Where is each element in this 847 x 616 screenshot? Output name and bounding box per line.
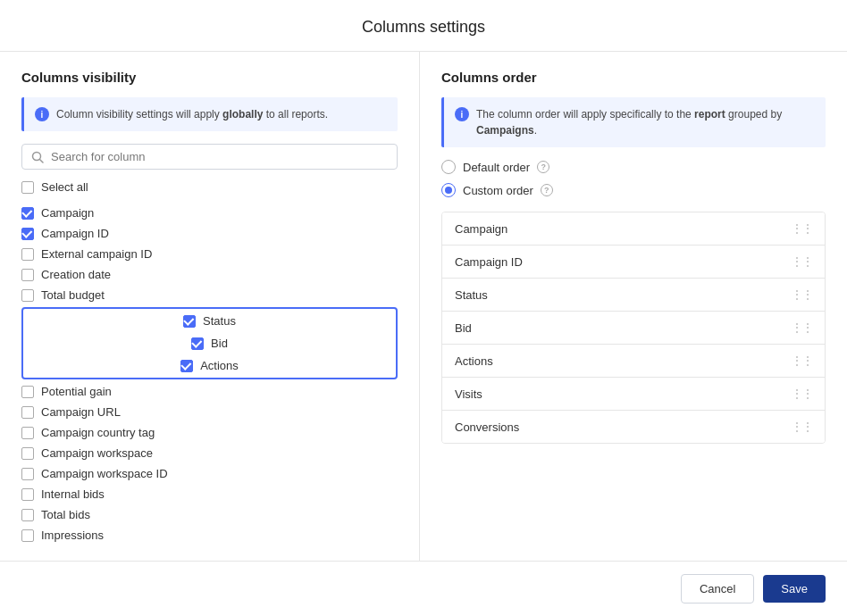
- column-label: Total budget: [41, 288, 105, 302]
- column-item[interactable]: Potential gain: [21, 382, 398, 401]
- save-button[interactable]: Save: [763, 575, 826, 603]
- default-order-help-icon[interactable]: ?: [537, 161, 549, 173]
- right-heading: Columns order: [441, 70, 826, 85]
- column-item[interactable]: Impressions: [21, 526, 398, 543]
- order-info-text: The column order will apply specifically…: [476, 106, 815, 138]
- drag-handle-icon[interactable]: ⋮⋮: [791, 221, 812, 236]
- column-item[interactable]: Internal bids: [21, 485, 398, 504]
- column-item[interactable]: Campaign workspace ID: [21, 464, 398, 483]
- column-checkbox[interactable]: [21, 269, 34, 281]
- column-label: Campaign URL: [41, 405, 121, 419]
- column-row: Campaign country tag: [21, 422, 398, 443]
- column-checkbox[interactable]: [180, 360, 193, 372]
- column-row: Campaign workspace ID: [21, 463, 398, 484]
- column-item[interactable]: Campaign country tag: [21, 423, 398, 442]
- drag-handle-icon[interactable]: ⋮⋮: [791, 354, 812, 368]
- highlighted-columns-group: StatusBidActions: [21, 307, 398, 379]
- column-row: Total budget: [21, 285, 398, 305]
- column-label: Campaign workspace ID: [41, 467, 168, 480]
- default-order-radio[interactable]: [441, 160, 456, 174]
- column-item[interactable]: Campaign workspace: [21, 444, 398, 462]
- visibility-info-text: Column visibility settings will apply gl…: [56, 106, 328, 122]
- modal-body: Columns visibility i Column visibility s…: [0, 52, 847, 561]
- custom-order-radio[interactable]: [441, 183, 456, 197]
- modal-title: Columns settings: [21, 18, 826, 37]
- column-row: Total bids: [21, 504, 398, 525]
- column-checkbox[interactable]: [21, 447, 34, 460]
- column-label: Potential gain: [41, 385, 112, 398]
- column-checkbox[interactable]: [21, 207, 34, 220]
- select-all-checkbox[interactable]: [21, 181, 34, 194]
- column-checkbox[interactable]: [21, 509, 34, 521]
- column-label: Campaign workspace: [41, 446, 153, 460]
- column-label: Total bids: [41, 508, 90, 521]
- column-checkbox[interactable]: [21, 427, 34, 439]
- column-label: Status: [203, 314, 236, 328]
- custom-order-help-icon[interactable]: ?: [541, 184, 553, 196]
- column-item[interactable]: Bid: [191, 334, 228, 353]
- drag-handle-icon[interactable]: ⋮⋮: [791, 287, 812, 302]
- cancel-button[interactable]: Cancel: [681, 574, 754, 604]
- column-item[interactable]: Total budget: [21, 286, 398, 304]
- select-all-label: Select all: [41, 180, 88, 194]
- search-box[interactable]: [21, 144, 398, 170]
- column-label: Campaign: [41, 206, 94, 220]
- column-row: Campaign ID: [21, 223, 398, 244]
- column-item[interactable]: Creation date: [21, 265, 398, 284]
- column-item[interactable]: Campaign: [21, 204, 398, 222]
- column-checkbox[interactable]: [183, 315, 196, 328]
- order-item: Status⋮⋮: [442, 279, 825, 312]
- drag-handle-icon[interactable]: ⋮⋮: [791, 254, 812, 269]
- column-checkbox[interactable]: [21, 248, 34, 261]
- column-row: Creation date: [21, 264, 398, 285]
- drag-handle-icon[interactable]: ⋮⋮: [791, 320, 812, 335]
- column-item[interactable]: External campaign ID: [21, 245, 398, 263]
- column-row: Campaign: [21, 203, 398, 223]
- column-row: External campaign ID: [21, 244, 398, 264]
- order-item: Campaign ID⋮⋮: [442, 246, 825, 279]
- column-item[interactable]: Actions: [180, 356, 239, 375]
- drag-handle-icon[interactable]: ⋮⋮: [791, 420, 812, 434]
- column-item[interactable]: Campaign URL: [21, 403, 398, 421]
- column-checkbox[interactable]: [21, 468, 34, 480]
- column-checkbox[interactable]: [21, 228, 34, 240]
- order-item-label: Bid: [455, 321, 472, 335]
- modal-footer: Cancel Save: [0, 561, 847, 616]
- modal-container: Columns settings Columns visibility i Co…: [0, 0, 847, 616]
- order-item-label: Actions: [455, 354, 493, 368]
- column-item[interactable]: Status: [183, 312, 236, 330]
- drag-handle-icon[interactable]: ⋮⋮: [791, 387, 812, 401]
- select-all-row[interactable]: Select all: [21, 180, 398, 194]
- order-item-label: Status: [455, 288, 488, 302]
- column-checkbox[interactable]: [21, 386, 34, 398]
- column-checkbox[interactable]: [21, 289, 34, 302]
- column-item[interactable]: Campaign ID: [21, 224, 398, 243]
- info-icon: i: [35, 107, 49, 121]
- column-row: Campaign workspace: [21, 443, 398, 463]
- column-row: Internal bids: [21, 484, 398, 504]
- column-checkbox[interactable]: [21, 529, 34, 542]
- default-order-option[interactable]: Default order ?: [441, 160, 826, 174]
- order-item-label: Campaign ID: [455, 255, 523, 269]
- custom-order-label: Custom order: [463, 184, 533, 197]
- order-item: Conversions⋮⋮: [442, 411, 825, 443]
- order-item: Actions⋮⋮: [442, 345, 825, 378]
- svg-line-1: [40, 159, 44, 162]
- custom-order-option[interactable]: Custom order ?: [441, 183, 826, 197]
- column-checkbox[interactable]: [21, 488, 34, 501]
- column-row: Potential gain: [21, 381, 398, 402]
- column-checkbox[interactable]: [21, 406, 34, 419]
- column-label: External campaign ID: [41, 247, 152, 261]
- search-input[interactable]: [51, 150, 388, 163]
- column-label: Impressions: [41, 529, 104, 542]
- order-info-icon: i: [455, 107, 469, 121]
- left-panel: Columns visibility i Column visibility s…: [0, 52, 420, 561]
- order-item: Bid⋮⋮: [442, 312, 825, 345]
- column-item[interactable]: Total bids: [21, 505, 398, 524]
- column-label: Campaign ID: [41, 227, 109, 240]
- order-item-label: Conversions: [455, 420, 519, 434]
- visibility-info-box: i Column visibility settings will apply …: [21, 97, 398, 131]
- column-label: Campaign country tag: [41, 426, 155, 439]
- column-checkbox[interactable]: [191, 337, 204, 350]
- search-icon: [31, 151, 44, 163]
